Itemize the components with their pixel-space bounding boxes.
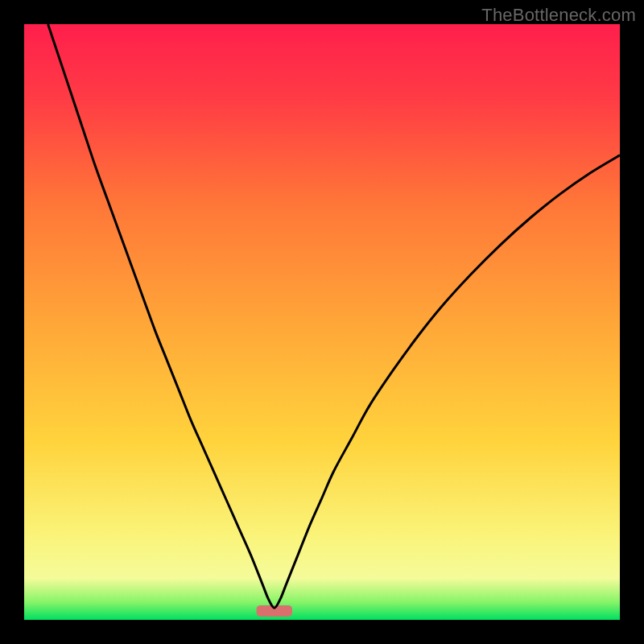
chart-frame (24, 24, 620, 620)
gradient-background (24, 24, 620, 620)
watermark-text: TheBottleneck.com (481, 5, 636, 26)
bottleneck-chart (24, 24, 620, 620)
